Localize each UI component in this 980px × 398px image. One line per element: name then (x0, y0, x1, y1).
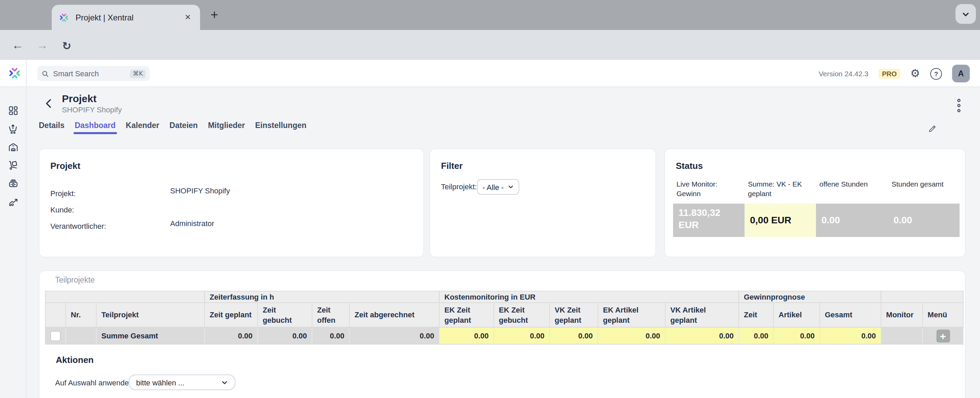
sidebar-item-logistics-dolly[interactable] (8, 159, 19, 171)
field-label: Verantwortlicher: (50, 222, 106, 230)
browser-toolbar: ← → ↻ .xentral.biz/app/x1?module=projekt… (0, 30, 980, 60)
col-header-monitor: Monitor (881, 302, 923, 327)
search-shortcut-badge: ⌘K (130, 69, 146, 78)
cell-vk-zeit-geplant: 0.00 (550, 327, 598, 344)
col-header-menu: Menü (923, 302, 963, 327)
search-icon (41, 70, 49, 77)
smart-search-input[interactable]: Smart Search ⌘K (37, 66, 150, 81)
filter-card-title: Filter (441, 161, 463, 171)
version-label: Version 24.42.3 (819, 70, 869, 78)
user-avatar[interactable]: A (952, 65, 970, 83)
xentral-favicon-icon (59, 12, 69, 23)
tab-title: Projekt | Xentral (76, 13, 182, 22)
col-header-zeit: Zeit (739, 302, 773, 327)
screen: Projekt | Xentral ✕ + ← → ↻ .xentral.biz… (0, 0, 980, 398)
edit-pencil-icon[interactable] (928, 124, 937, 134)
col-header-zeit-abgerechnet: Zeit abgerechnet (350, 302, 439, 327)
col-header-vk-zeit-geplant: VK Zeit geplant (550, 302, 598, 327)
xentral-logo-icon[interactable] (8, 66, 22, 80)
sidebar (0, 87, 26, 398)
col-header-zeit-gebucht: Zeit gebucht (258, 302, 312, 327)
tab-details[interactable]: Details (39, 121, 64, 134)
col-header-nr: Nr. (66, 302, 96, 327)
sidebar-item-modules[interactable] (8, 105, 19, 116)
cell-ek-artikel-geplant: 0.00 (598, 327, 665, 344)
filter-label: Teilprojekt: (441, 183, 477, 191)
back-button[interactable]: ← (10, 38, 25, 53)
project-card-title: Projekt (50, 161, 80, 171)
group-header-gewinnprognose: Gewinnprognose (739, 291, 881, 302)
reload-button[interactable]: ↻ (59, 38, 74, 53)
tab-list-chevron-button[interactable] (956, 4, 976, 24)
aktionen-select[interactable]: bitte wählen ... (129, 374, 235, 390)
help-icon[interactable]: ? (930, 68, 942, 79)
cell-zeit-geplant: 0.00 (205, 327, 258, 344)
sidebar-item-sales-cart[interactable] (8, 123, 19, 135)
field-label: Projekt: (50, 189, 76, 197)
teilprojekte-table: Zeiterfassung in h Kostenmonitoring in E… (45, 291, 964, 345)
cell-monitor (881, 327, 923, 344)
teilprojekt-select[interactable]: - Alle - (477, 179, 519, 195)
page-subtitle: SHOPIFY Shopify (62, 105, 122, 114)
filter-card: Filter Teilprojekt: - Alle - (430, 148, 656, 257)
browser-tab[interactable]: Projekt | Xentral ✕ (52, 5, 200, 30)
forward-button[interactable]: → (35, 38, 50, 53)
sidebar-item-reports-chart[interactable] (8, 196, 19, 208)
metric-value-vk-ek: 0,00 EUR (745, 204, 816, 237)
back-chevron-icon[interactable] (45, 99, 52, 108)
tab-dateien[interactable]: Dateien (169, 121, 198, 134)
cell-zeit-abgerechnet: 0.00 (350, 327, 439, 344)
col-header-artikel: Artikel (773, 302, 820, 327)
tab-dashboard[interactable]: Dashboard (75, 121, 115, 134)
tab-kalender[interactable]: Kalender (126, 121, 159, 134)
field-label: Kunde: (50, 205, 74, 214)
metric-value-offene-stunden: 0.00 (816, 204, 888, 237)
tab-close-icon[interactable]: ✕ (182, 12, 193, 23)
chevron-down-icon (962, 10, 970, 18)
col-header-ek-zeit-geplant: EK Zeit geplant (439, 302, 494, 327)
chevron-down-icon (508, 184, 514, 190)
table-group-header-row: Zeiterfassung in h Kostenmonitoring in E… (45, 291, 963, 302)
metric-label: Live Monitor: Gewinn (673, 179, 745, 199)
col-header-gesamt: Gesamt (820, 302, 881, 327)
sidebar-item-finance-cash[interactable] (8, 178, 19, 189)
status-metrics: Live Monitor: Gewinn Summe: VK - EK gepl… (673, 179, 959, 237)
page-title: Projekt (62, 92, 97, 104)
tab-mitglieder[interactable]: Mitglieder (208, 121, 245, 134)
add-row-plus-button[interactable]: + (936, 329, 950, 342)
browser-tab-strip: Projekt | Xentral ✕ + (0, 0, 980, 30)
cell-zeit-gebucht: 0.00 (258, 327, 312, 344)
aktionen-select-value: bitte wählen ... (136, 378, 185, 387)
project-card: Projekt Projekt: SHOPIFY Shopify Kunde: … (39, 148, 424, 257)
teilprojekte-panel-label: Teilprojekte (55, 276, 95, 284)
col-header-ek-artikel-geplant: EK Artikel geplant (598, 302, 665, 327)
pro-badge: PRO (878, 68, 900, 79)
cell-zeit-offen: 0.00 (312, 327, 350, 344)
aktionen-label: Auf Auswahl anwenden: (55, 379, 135, 387)
tab-einstellungen[interactable]: Einstellungen (255, 121, 307, 134)
sidebar-item-warehouse[interactable] (8, 142, 19, 153)
sidebar-divider (26, 60, 27, 398)
field-value: SHOPIFY Shopify (170, 186, 230, 195)
page-menu-kebab-icon[interactable] (956, 98, 962, 113)
metric-value-stunden-gesamt: 0.00 (888, 204, 959, 237)
new-tab-button[interactable]: + (206, 7, 223, 23)
field-value: Administrator (170, 219, 215, 228)
col-header-zeit-offen: Zeit offen (312, 302, 350, 327)
col-header-zeit-geplant: Zeit geplant (205, 302, 258, 327)
cell-gewinn-gesamt: 0.00 (820, 327, 881, 344)
chevron-down-icon (221, 379, 228, 386)
metric-label: Summe: VK - EK geplant (745, 179, 816, 199)
group-header-kostenmonitoring: Kostenmonitoring in EUR (439, 291, 739, 302)
cell-gewinn-artikel: 0.00 (773, 327, 820, 344)
col-header-teilprojekt: Teilprojekt (96, 302, 205, 327)
aktionen-heading: Aktionen (56, 355, 94, 365)
row-name: Summe Gesamt (96, 327, 205, 344)
settings-gear-icon[interactable]: ⚙ (910, 68, 920, 79)
page-tabs: Details Dashboard Kalender Dateien Mitgl… (39, 121, 966, 137)
row-checkbox[interactable] (50, 331, 60, 341)
metric-label: Stunden gesamt (888, 179, 959, 199)
cell-ek-zeit-geplant: 0.00 (439, 327, 494, 344)
table-row-summe-gesamt: Summe Gesamt 0.00 0.00 0.00 0.00 0.00 0.… (45, 327, 963, 344)
col-header-vk-artikel-geplant: VK Artikel geplant (665, 302, 739, 327)
